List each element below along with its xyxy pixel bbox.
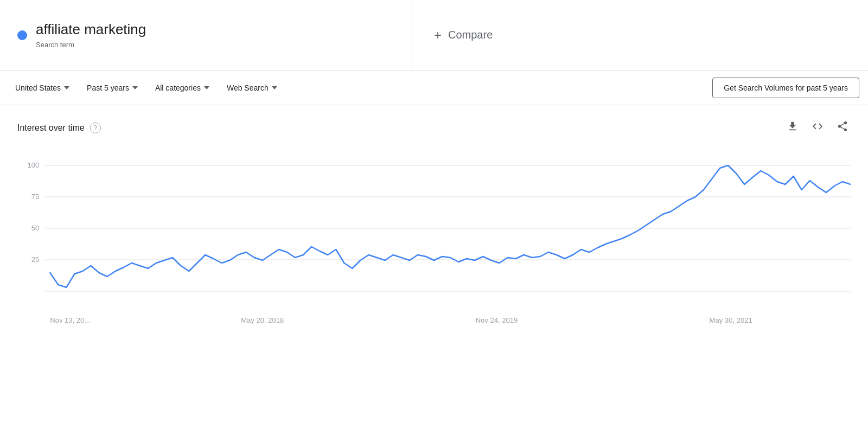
header: affiliate marketing Search term + Compar…: [0, 0, 868, 70]
embed-button[interactable]: [809, 118, 826, 137]
search-type-label: Web Search: [227, 84, 269, 92]
compare-label: Compare: [448, 29, 493, 41]
term-info: affiliate marketing Search term: [36, 21, 146, 48]
svg-text:100: 100: [27, 161, 39, 169]
location-label: United States: [15, 84, 61, 92]
embed-icon: [812, 120, 824, 132]
chart-header: Interest over time ?: [17, 118, 851, 137]
time-range-chevron-icon: [132, 86, 138, 89]
chart-section: Interest over time ?: [0, 105, 868, 343]
search-type-chevron-icon: [272, 86, 277, 89]
download-icon: [787, 120, 799, 132]
svg-text:25: 25: [31, 255, 40, 264]
chart-title: Interest over time: [17, 123, 85, 133]
svg-text:May 20, 2018: May 20, 2018: [241, 316, 284, 324]
category-chevron-icon: [204, 86, 209, 89]
download-button[interactable]: [784, 118, 801, 137]
term-color-dot: [17, 30, 27, 40]
term-type-label: Search term: [36, 41, 146, 49]
search-type-filter[interactable]: Web Search: [220, 79, 284, 97]
share-icon: [837, 120, 848, 132]
trend-chart: 100 75 50 25 Nov 13, 20... May 20, 2018 …: [17, 155, 851, 328]
svg-text:50: 50: [31, 224, 40, 232]
svg-text:Nov 24, 2019: Nov 24, 2019: [476, 316, 518, 324]
get-volumes-button[interactable]: Get Search Volumes for past 5 years: [712, 78, 859, 98]
category-filter[interactable]: All categories: [149, 79, 216, 97]
compare-button[interactable]: + Compare: [434, 28, 493, 43]
chart-container: 100 75 50 25 Nov 13, 20... May 20, 2018 …: [17, 155, 851, 330]
chart-title-area: Interest over time ?: [17, 123, 101, 133]
trend-line: [50, 165, 851, 287]
help-icon[interactable]: ?: [90, 123, 101, 133]
plus-icon: +: [434, 28, 442, 43]
share-button[interactable]: [834, 118, 851, 137]
svg-text:Nov 13, 20...: Nov 13, 20...: [50, 316, 90, 324]
time-range-label: Past 5 years: [87, 84, 129, 92]
search-term-section: affiliate marketing Search term: [0, 0, 412, 70]
search-term-text: affiliate marketing: [36, 21, 146, 38]
category-label: All categories: [155, 84, 201, 92]
compare-section: + Compare: [412, 0, 868, 70]
svg-text:75: 75: [31, 193, 40, 201]
location-filter[interactable]: United States: [9, 79, 76, 97]
chart-actions: [784, 118, 851, 137]
time-range-filter[interactable]: Past 5 years: [80, 79, 144, 97]
filter-bar: United States Past 5 years All categorie…: [0, 70, 868, 105]
svg-text:May 30, 2021: May 30, 2021: [710, 316, 752, 324]
location-chevron-icon: [64, 86, 69, 89]
